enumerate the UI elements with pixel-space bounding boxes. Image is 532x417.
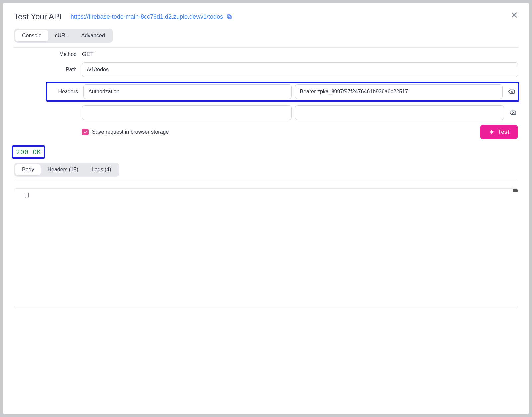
- response-body-content: []: [24, 192, 30, 198]
- response-status: 200 OK: [16, 148, 41, 156]
- response-body[interactable]: []: [14, 188, 518, 308]
- delete-header-icon[interactable]: [509, 109, 516, 116]
- header-value-input-0[interactable]: [295, 84, 503, 99]
- test-api-modal: Test Your API https://firebase-todo-main…: [3, 3, 529, 414]
- divider: [14, 181, 518, 181]
- status-text: OK: [33, 148, 41, 156]
- check-icon: [83, 130, 88, 134]
- test-button[interactable]: Test: [480, 125, 518, 139]
- svg-rect-2: [228, 16, 231, 19]
- tab-console[interactable]: Console: [15, 30, 48, 41]
- request-form: Method GET Path: [14, 51, 518, 77]
- api-url-link[interactable]: https://firebase-todo-main-8cc76d1.d2.zu…: [71, 13, 232, 20]
- save-request-checkbox[interactable]: [82, 129, 89, 135]
- scrollbar-thumb[interactable]: [513, 189, 518, 192]
- copy-icon: [226, 14, 232, 20]
- response-tabs: Body Headers (15) Logs (4): [14, 163, 119, 177]
- close-icon: [511, 11, 518, 19]
- headers-label: Headers: [50, 89, 80, 95]
- status-code: 200: [16, 148, 29, 156]
- tab-logs[interactable]: Logs (4): [85, 164, 118, 175]
- api-url-text: https://firebase-todo-main-8cc76d1.d2.zu…: [71, 13, 223, 20]
- tab-advanced[interactable]: Advanced: [75, 30, 112, 41]
- save-request-checkbox-row[interactable]: Save request in browser storage: [82, 129, 169, 135]
- test-button-label: Test: [498, 129, 509, 135]
- header-key-input-1[interactable]: [82, 105, 292, 120]
- delete-header-icon[interactable]: [508, 88, 515, 95]
- tab-response-headers[interactable]: Headers (15): [41, 164, 85, 175]
- tab-curl[interactable]: cURL: [48, 30, 75, 41]
- lightning-icon: [489, 129, 495, 135]
- request-tabs: Console cURL Advanced: [14, 29, 113, 43]
- svg-rect-3: [227, 15, 230, 18]
- modal-header: Test Your API https://firebase-todo-main…: [14, 12, 518, 21]
- header-key-input-0[interactable]: [83, 84, 292, 99]
- method-label: Method: [16, 51, 79, 57]
- divider: [14, 47, 518, 48]
- header-value-input-1[interactable]: [295, 105, 504, 120]
- actions-row: Save request in browser storage Test: [14, 125, 518, 139]
- path-input[interactable]: [82, 62, 518, 77]
- close-button[interactable]: [511, 11, 519, 20]
- path-label: Path: [16, 67, 79, 73]
- modal-title: Test Your API: [14, 12, 62, 21]
- save-request-label: Save request in browser storage: [92, 129, 169, 135]
- response-status-highlight: 200 OK: [12, 145, 45, 159]
- method-value: GET: [82, 51, 518, 58]
- tab-body[interactable]: Body: [15, 164, 41, 175]
